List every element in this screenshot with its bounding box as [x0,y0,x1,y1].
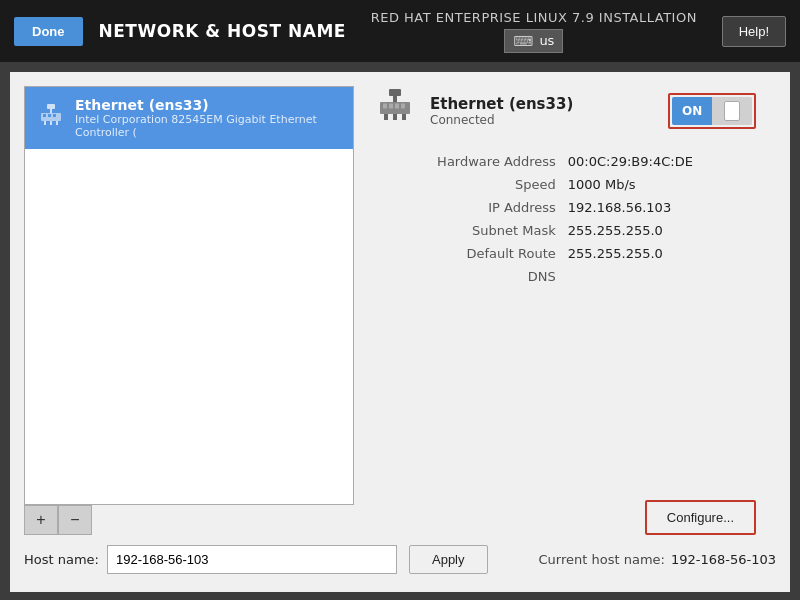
network-item-desc: Intel Corporation 82545EM Gigabit Ethern… [75,113,341,139]
svg-rect-3 [44,121,46,125]
configure-container: Configure... [374,490,756,535]
svg-rect-5 [56,121,58,125]
svg-rect-0 [47,104,55,109]
svg-rect-8 [53,114,56,117]
svg-rect-4 [50,121,52,125]
toggle-knob [724,101,740,121]
help-button[interactable]: Help! [722,16,786,47]
hardware-address-value: 00:0C:29:B9:4C:DE [568,152,756,171]
svg-rect-12 [384,114,388,120]
add-network-button[interactable]: + [24,505,58,535]
detail-header-left: Ethernet (ens33) Connected [374,86,573,136]
detail-header: Ethernet (ens33) Connected ON [374,86,756,136]
default-route-value: 255.255.255.0 [568,244,756,263]
ethernet-detail-icon [374,86,416,136]
svg-rect-7 [48,114,51,117]
main-content: Ethernet (ens33) Intel Corporation 82545… [10,72,790,592]
svg-rect-17 [395,104,399,109]
host-name-input[interactable] [107,545,397,574]
svg-rect-9 [389,89,401,96]
subnet-mask-label: Subnet Mask [374,221,556,240]
network-detail-panel: Ethernet (ens33) Connected ON Hardware A… [354,86,776,535]
hardware-address-label: Hardware Address [374,152,556,171]
content-area: Ethernet (ens33) Intel Corporation 82545… [24,86,776,535]
svg-rect-16 [389,104,393,109]
toggle-on-label: ON [672,97,712,125]
network-list: Ethernet (ens33) Intel Corporation 82545… [24,86,354,505]
toggle-container: ON [668,93,756,129]
header: Done NETWORK & HOST NAME RED HAT ENTERPR… [0,0,800,62]
detail-name: Ethernet (ens33) [430,95,573,113]
speed-value: 1000 Mb/s [568,175,756,194]
keyboard-icon: ⌨ [513,33,533,49]
keyboard-locale-input[interactable]: ⌨ us [504,29,563,53]
svg-rect-10 [393,96,397,102]
toggle-off-area [712,97,752,125]
bottom-bar: Host name: Apply Current host name: 192-… [24,535,776,578]
current-host-value: 192-168-56-103 [671,552,776,567]
list-controls: + − [24,505,354,535]
done-button[interactable]: Done [14,17,83,46]
speed-label: Speed [374,175,556,194]
current-host-section: Current host name: 192-168-56-103 [539,552,776,567]
apply-button[interactable]: Apply [409,545,488,574]
svg-rect-6 [43,114,46,117]
svg-rect-15 [383,104,387,109]
configure-button[interactable]: Configure... [645,500,756,535]
subnet-mask-value: 255.255.255.0 [568,221,756,240]
network-item-info: Ethernet (ens33) Intel Corporation 82545… [75,97,341,139]
svg-rect-18 [401,104,405,109]
page-title: NETWORK & HOST NAME [99,21,346,41]
default-route-label: Default Route [374,244,556,263]
detail-status: Connected [430,113,573,127]
header-center: RED HAT ENTERPRISE LINUX 7.9 INSTALLATIO… [371,10,697,53]
list-item[interactable]: Ethernet (ens33) Intel Corporation 82545… [25,87,353,149]
detail-name-block: Ethernet (ens33) Connected [430,95,573,127]
ip-address-value: 192.168.56.103 [568,198,756,217]
header-left: Done NETWORK & HOST NAME [14,17,346,46]
network-list-panel: Ethernet (ens33) Intel Corporation 82545… [24,86,354,535]
host-name-label: Host name: [24,552,99,567]
remove-network-button[interactable]: − [58,505,92,535]
dns-label: DNS [374,267,556,286]
keyboard-locale-label: us [539,33,554,48]
ethernet-toggle[interactable]: ON [672,97,752,125]
network-info: Hardware Address 00:0C:29:B9:4C:DE Speed… [374,152,756,286]
svg-rect-13 [393,114,397,120]
dns-value [568,267,756,286]
ethernet-list-icon [37,102,65,135]
current-host-label: Current host name: [539,552,665,567]
network-item-name: Ethernet (ens33) [75,97,341,113]
installation-subtitle: RED HAT ENTERPRISE LINUX 7.9 INSTALLATIO… [371,10,697,25]
svg-rect-1 [50,109,52,113]
svg-rect-14 [402,114,406,120]
ip-address-label: IP Address [374,198,556,217]
